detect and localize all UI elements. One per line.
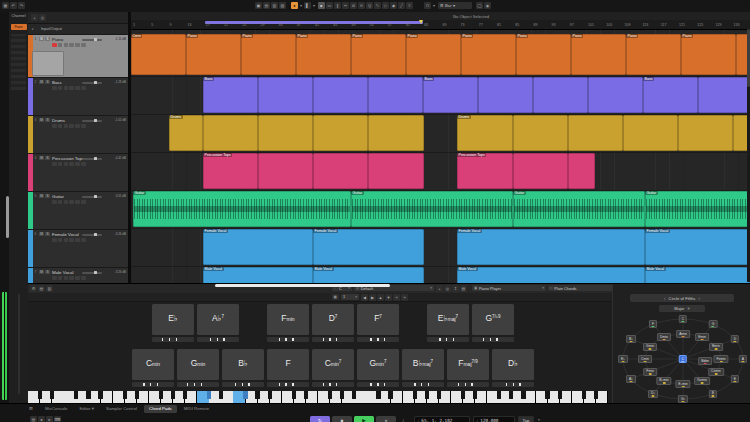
range-selection-tool[interactable]: ▭ — [326, 2, 333, 9]
chord-pad-g7-9[interactable]: G7/♭9 — [472, 304, 514, 335]
chord-pad-d-[interactable]: D♭ — [492, 349, 534, 380]
grid-type-select[interactable]: ⊞ Bar ▾ — [438, 2, 472, 9]
black-key[interactable] — [255, 391, 259, 399]
clip-piano[interactable]: Cmin — [131, 34, 186, 75]
record-enable-button[interactable] — [52, 276, 57, 280]
tap-tempo-button[interactable]: Tap — [518, 416, 534, 422]
record-enable-button[interactable] — [52, 43, 57, 47]
chord-pads-display-icon[interactable]: ▤ — [38, 285, 45, 292]
cof-chord-g-[interactable]: G♭ — [678, 395, 688, 403]
cof-chord-gmin[interactable]: Gmin — [643, 343, 657, 351]
cof-chord-cmin[interactable]: Cmin — [638, 355, 652, 363]
chord-pad-fmaj7-9[interactable]: Fmaj7/9 — [447, 349, 489, 380]
chord-pad-b-maj7[interactable]: B♭maj7 — [402, 349, 444, 380]
chord-pad-a-7[interactable]: A♭7 — [197, 304, 239, 335]
cof-chord-c-min[interactable]: C♯min — [708, 368, 724, 376]
instrument-icon[interactable] — [69, 124, 74, 128]
export-chords-icon[interactable]: ↥ — [452, 285, 459, 292]
clip-percussion-tops[interactable]: Percussion Tops — [203, 153, 258, 189]
play-button[interactable]: ▶ — [354, 416, 374, 422]
volume-slider-handle[interactable] — [94, 271, 97, 274]
solo-button[interactable]: S — [45, 156, 50, 161]
clip-female-vocal[interactable]: Female Vocal — [313, 229, 424, 265]
cof-chord-b[interactable]: B — [709, 390, 717, 398]
cof-chord-bmin[interactable]: Bmin — [709, 343, 723, 351]
track-row-drums[interactable]: 3MSDrums-1.02 dB — [28, 116, 128, 154]
solo-button[interactable]: S — [45, 118, 50, 123]
clip-piano[interactable]: Piano — [351, 34, 406, 75]
cof-chord-b-min[interactable]: B♭min — [656, 377, 671, 385]
black-key[interactable] — [388, 391, 392, 399]
lock-icon[interactable] — [81, 124, 86, 128]
lower-zone-toggle-icon[interactable]: ▧ — [279, 2, 286, 9]
volume-slider-handle[interactable] — [94, 38, 97, 41]
cof-chord-f-min[interactable]: F♯min — [713, 355, 728, 363]
player-mode-select[interactable]: ▷ Plain Chords ▾ — [548, 285, 616, 291]
clip-guitar[interactable]: Guitar — [133, 191, 351, 227]
tab-chord-pads[interactable]: Chord Pads — [144, 405, 177, 413]
clip-bass[interactable] — [588, 77, 643, 113]
cof-chord-e[interactable]: E — [731, 375, 739, 383]
track-volume-slider[interactable] — [82, 196, 102, 198]
quantize-panel-icon[interactable]: ◯ — [476, 2, 483, 9]
clip-bass[interactable]: Bass — [203, 77, 258, 113]
track-volume-slider[interactable] — [82, 234, 102, 236]
black-key[interactable] — [328, 391, 332, 399]
clip-drums[interactable] — [203, 115, 258, 151]
left-zone-toggle-icon[interactable]: ▥ — [271, 2, 278, 9]
clip-bass[interactable] — [533, 77, 588, 113]
clip-bass[interactable]: Bass — [423, 77, 478, 113]
cof-chord-e-[interactable]: E♭ — [618, 355, 628, 363]
mute-button[interactable]: M — [39, 37, 44, 42]
track-row-bass[interactable]: 2MSBass-1.28 dB — [28, 78, 128, 116]
clip-female-vocal[interactable]: Female Vocal — [203, 229, 313, 265]
track-filter-icon[interactable]: ◎ — [39, 14, 46, 21]
track-row-percussion-tops[interactable]: 4MSPercussion Tops-4.42 dB — [28, 154, 128, 192]
tempo-display[interactable]: ♩ 120.000 — [473, 416, 515, 422]
clip-piano[interactable]: Piano — [296, 34, 351, 75]
clip-drums[interactable] — [313, 115, 368, 151]
clip-percussion-tops[interactable]: Percussion Tops — [457, 153, 513, 189]
auto-scroll-icon[interactable]: ▌ — [304, 2, 311, 9]
chord-pad-f[interactable]: F — [267, 349, 309, 380]
window-layout-icon[interactable]: ▤ — [263, 2, 270, 9]
tab-midi-remote[interactable]: MIDI Remote — [179, 405, 214, 413]
edit-channel-button[interactable] — [64, 200, 69, 204]
zoom-tool[interactable]: Q — [366, 2, 373, 9]
lock-icon[interactable] — [81, 86, 86, 90]
volume-slider-handle[interactable] — [94, 195, 97, 198]
clip-bass[interactable] — [368, 77, 423, 113]
chord-pad-gmin7[interactable]: Gmin7 — [357, 349, 399, 380]
time-position-display[interactable]: ♩ 65. 1. 2.102 — [414, 416, 470, 422]
freeze-icon[interactable] — [75, 200, 80, 204]
black-key[interactable] — [461, 391, 465, 399]
stop-button[interactable]: ■ — [332, 416, 352, 422]
transpose-up-icon[interactable]: » — [401, 294, 408, 301]
clip-male-vocal[interactable]: Male Vocal — [457, 267, 645, 283]
color-tool[interactable]: ◆ — [390, 2, 397, 9]
tab-mixconsole[interactable]: MixConsole — [40, 405, 72, 413]
cycle-button[interactable]: ↻ — [310, 416, 330, 422]
cof-chord-e-min[interactable]: E♭min — [675, 380, 690, 388]
clip-male-vocal[interactable]: Male Vocal — [203, 267, 313, 283]
black-key[interactable] — [558, 391, 562, 399]
clip-percussion-tops[interactable] — [258, 153, 313, 189]
performance-meter-icon[interactable]: ▤ — [30, 416, 37, 422]
channel-track-chip[interactable]: Piano — [11, 24, 27, 30]
monitor-button[interactable] — [58, 86, 63, 90]
clip-drums[interactable] — [368, 115, 424, 151]
chord-pad-b-[interactable]: B♭ — [222, 349, 264, 380]
mute-button[interactable]: M — [39, 270, 44, 275]
black-key[interactable] — [207, 391, 211, 399]
solo-button[interactable]: S — [45, 270, 50, 275]
clip-piano[interactable]: Piano — [186, 34, 241, 75]
chord-pad-e-[interactable]: E♭ — [152, 304, 194, 335]
hub-icon[interactable]: ▦ — [2, 2, 9, 9]
clip-piano[interactable]: Piano — [406, 34, 461, 75]
record-enable-button[interactable] — [52, 162, 57, 166]
edit-channel-button[interactable] — [64, 124, 69, 128]
black-key[interactable] — [183, 391, 187, 399]
metronome-icon[interactable]: ♪ — [402, 417, 405, 422]
cof-chord-amin[interactable]: Amin — [676, 330, 690, 338]
instrument-icon[interactable] — [69, 43, 74, 47]
